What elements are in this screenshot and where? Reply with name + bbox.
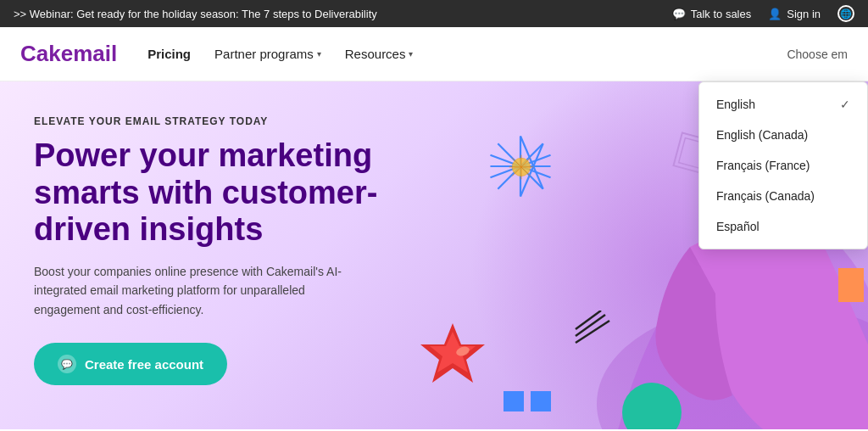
star-blue-icon [487,132,554,200]
hero-description: Boost your companies online presence wit… [34,262,356,319]
globe-icon[interactable]: 🌐 [837,5,854,22]
logo[interactable]: Cakemail [20,41,117,67]
lang-option-french-canada[interactable]: Français (Canada) [699,181,867,211]
lang-option-english-canada[interactable]: English (Canada) [699,120,867,150]
arrow-lines-icon [571,311,614,344]
lang-option-french-france[interactable]: Français (France) [699,150,867,181]
teal-circle-icon [622,383,682,429]
nav-pricing[interactable]: Pricing [147,47,191,61]
create-account-button[interactable]: 💬 Create free account [34,343,227,385]
nav-partner-programs[interactable]: Partner programs ▾ [214,47,321,61]
nav-resources[interactable]: Resources ▾ [345,47,414,61]
choose-language-button[interactable]: Choose em [787,48,848,61]
svg-rect-26 [838,268,864,302]
announcement-text[interactable]: >> Webinar: Get ready for the holiday se… [14,8,377,20]
nav-links: Pricing Partner programs ▾ Resources ▾ [147,47,787,61]
svg-point-25 [622,383,682,429]
chat-icon: 💬 [672,8,686,20]
star-red-icon [419,319,487,387]
orange-square-icon [838,260,868,311]
svg-rect-20 [531,391,551,411]
lang-option-english[interactable]: English ✓ [699,89,867,120]
person-icon: 👤 [768,8,782,20]
hero-eyebrow: ELEVATE YOUR EMAIL STRATEGY TODAY [34,115,424,127]
check-icon: ✓ [840,98,850,111]
sign-in-button[interactable]: 👤 Sign in [768,8,821,20]
hero-content: ELEVATE YOUR EMAIL STRATEGY TODAY Power … [34,115,424,385]
chevron-down-icon: ▾ [317,49,321,59]
chevron-down-icon: ▾ [409,49,413,59]
language-dropdown: English ✓ English (Canada) Français (Fra… [698,81,868,249]
talk-to-sales-button[interactable]: 💬 Talk to sales [672,8,752,20]
navbar: Cakemail Pricing Partner programs ▾ Reso… [0,27,868,81]
announcement-bar: >> Webinar: Get ready for the holiday se… [0,0,868,27]
svg-rect-19 [504,391,524,411]
announcement-right: 💬 Talk to sales 👤 Sign in 🌐 [672,5,854,22]
hero-title: Power your marketing smarts with custome… [34,137,424,249]
chat-bubble-icon: 💬 [58,355,76,373]
blue-squares-icon [504,391,554,417]
nav-right: Choose em [787,48,848,61]
lang-option-espanol[interactable]: Español [699,211,867,242]
